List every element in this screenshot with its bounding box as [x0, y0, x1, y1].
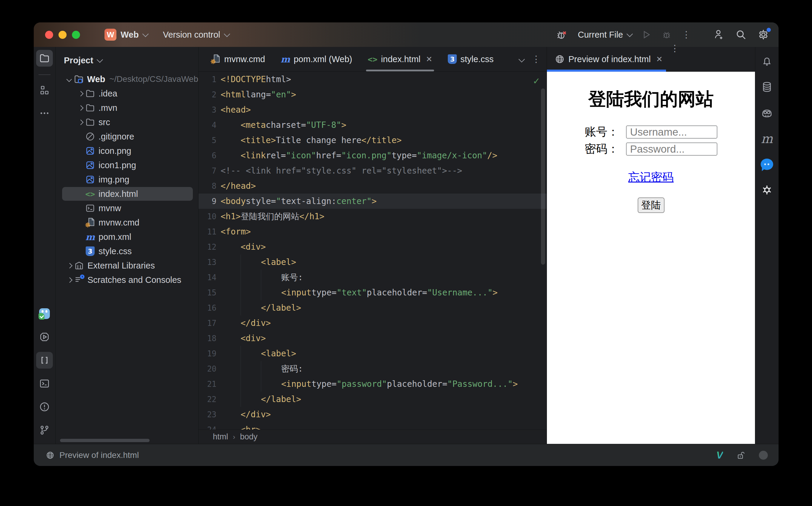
chevron-right-icon[interactable]	[65, 264, 74, 268]
chevron-right-icon[interactable]	[77, 120, 85, 124]
code-line-12[interactable]: 12<div>	[199, 239, 546, 254]
code-line-15[interactable]: 15<input type="text" placeholder="Userna…	[199, 285, 546, 300]
project-panel: Project Web~/Desktop/CS/JavaWeb.idea.mvn…	[56, 47, 199, 444]
code-line-13[interactable]: 13<label>	[199, 254, 546, 270]
status-text[interactable]: Preview of index.html	[60, 450, 139, 460]
maven-tool-icon[interactable]: m	[761, 133, 773, 145]
chevron-down-icon[interactable]	[65, 77, 74, 81]
code-line-22[interactable]: 22</label>	[199, 392, 546, 407]
code-line-16[interactable]: 16</label>	[199, 300, 546, 316]
breadcrumb-body[interactable]: body	[240, 432, 258, 441]
forgot-password-link[interactable]: 忘记密码	[628, 170, 674, 185]
settings-gear-icon[interactable]	[757, 28, 770, 41]
zoom-window-button[interactable]	[72, 31, 80, 39]
run-button[interactable]	[641, 29, 651, 40]
line-number: 8	[199, 182, 221, 190]
version-control-tool-button[interactable]	[36, 422, 53, 438]
tab-pom-xml-web-[interactable]: mpom.xml (Web)	[273, 47, 360, 71]
unlocked-icon[interactable]	[736, 450, 746, 460]
tree-item-pom-xml[interactable]: mpom.xml	[56, 230, 198, 244]
services-tool-button[interactable]	[36, 329, 53, 345]
login-button[interactable]: 登陆	[638, 197, 665, 213]
run-configuration-select[interactable]: Current File	[578, 30, 631, 40]
version-control-menu[interactable]: Version control	[163, 30, 220, 40]
more-actions-menu[interactable]: ⋮	[682, 33, 691, 36]
horizontal-scrollbar[interactable]	[60, 439, 149, 442]
code-line-7[interactable]: 7<!-- <link href="style.css" rel="styles…	[199, 163, 546, 178]
copilot-icon[interactable]	[760, 107, 773, 119]
project-panel-header[interactable]: Project	[56, 47, 198, 70]
editor-vertical-scrollbar[interactable]	[541, 88, 545, 265]
code-line-19[interactable]: 19<label>	[199, 346, 546, 361]
python-packages-tool-button[interactable]	[36, 352, 53, 368]
tree-item--mvn[interactable]: .mvn	[56, 101, 198, 115]
username-input[interactable]: Username...	[626, 125, 717, 139]
code-line-5[interactable]: 5<title>Title change here</title>	[199, 133, 546, 148]
project-tool-button[interactable]	[36, 50, 53, 67]
code-line-17[interactable]: 17</div>	[199, 316, 546, 331]
project-name-menu[interactable]: Web	[121, 30, 139, 40]
code-line-8[interactable]: 8</head>	[199, 178, 546, 193]
code-line-6[interactable]: 6<link rel="icon" href="icon.png" type="…	[199, 148, 546, 163]
tree-item-src[interactable]: src	[56, 115, 198, 129]
tab-index-html[interactable]: <>index.html✕	[360, 47, 440, 71]
openai-icon[interactable]	[760, 184, 773, 196]
close-icon[interactable]: ✕	[656, 55, 663, 64]
code-line-10[interactable]: 10<h1>登陆我们的网站</h1>	[199, 209, 546, 224]
plugin-v-icon[interactable]: V	[716, 449, 723, 461]
debugger-unavailable-icon[interactable]	[556, 29, 568, 40]
more-tool-windows-button[interactable]	[36, 105, 53, 121]
tree-item-mvnw[interactable]: mvnw	[56, 201, 198, 216]
tree-item-web-root[interactable]: Web~/Desktop/CS/JavaWeb	[56, 72, 198, 86]
debug-button[interactable]	[662, 29, 672, 40]
tab-preview-of-index-html[interactable]: Preview of index.html ✕	[547, 47, 670, 71]
structure-tool-button[interactable]	[36, 82, 53, 98]
tree-item-icon1-png[interactable]: icon1.png	[56, 158, 198, 172]
close-icon[interactable]: ✕	[426, 55, 432, 64]
code-line-23[interactable]: 23</div>	[199, 407, 546, 422]
minimize-window-button[interactable]	[59, 31, 67, 39]
tree-item-external-libraries[interactable]: External Libraries	[56, 258, 198, 273]
ai-chat-icon[interactable]	[760, 159, 773, 170]
inspections-ok-icon[interactable]: ✓	[533, 75, 539, 87]
tree-item-style-css[interactable]: 3style.css	[56, 244, 198, 258]
code-line-9[interactable]: 9<body style="text-align: center">	[199, 193, 546, 209]
code-line-21[interactable]: 21<input type="password" placeholder="Pa…	[199, 376, 546, 392]
code-line-11[interactable]: 11<form>	[199, 224, 546, 239]
code-editor[interactable]: 1<!DOCTYPE html>2<html lang="en">3<head>…	[199, 72, 546, 430]
editor-options-menu[interactable]: ⋮	[532, 58, 541, 61]
tree-item-index-html[interactable]: <>index.html	[56, 187, 198, 201]
code-line-24[interactable]: 24<br>	[199, 422, 546, 430]
tree-item-img-png[interactable]: img.png	[56, 172, 198, 187]
chevron-right-icon[interactable]	[65, 278, 74, 282]
database-icon[interactable]	[761, 81, 773, 93]
terminal-tool-button[interactable]	[36, 375, 53, 392]
tree-item--idea[interactable]: .idea	[56, 86, 198, 101]
chevron-down-icon[interactable]	[519, 56, 525, 62]
code-line-1[interactable]: 1<!DOCTYPE html>	[199, 72, 546, 87]
breadcrumb-html[interactable]: html	[213, 432, 228, 441]
tab-style-css[interactable]: 3style.css	[440, 47, 501, 71]
search-everywhere-icon[interactable]	[735, 29, 747, 40]
chevron-right-icon[interactable]	[77, 92, 85, 96]
code-line-2[interactable]: 2<html lang="en">	[199, 87, 546, 102]
code-line-4[interactable]: 4<meta charset="UTF-8">	[199, 117, 546, 133]
password-input[interactable]: Password...	[626, 143, 717, 156]
tree-item-icon-png[interactable]: icon.png	[56, 144, 198, 158]
close-window-button[interactable]	[45, 31, 53, 39]
tree-item-mvnw-cmd[interactable]: mvnw.cmd	[56, 216, 198, 230]
tree-item-scratches-and-consoles[interactable]: Scratches and Consoles	[56, 273, 198, 287]
code-line-18[interactable]: 18<div>	[199, 331, 546, 346]
code-line-3[interactable]: 3<head>	[199, 102, 546, 117]
problems-tool-button[interactable]	[36, 399, 53, 415]
chevron-right-icon[interactable]	[77, 106, 85, 110]
code-line-20[interactable]: 20密码:	[199, 361, 546, 376]
code-with-me-icon[interactable]	[713, 29, 725, 40]
status-indicator-circle[interactable]	[759, 451, 768, 460]
tab-mvnw-cmd[interactable]: mvnw.cmd	[203, 47, 273, 71]
code-line-14[interactable]: 14账号:	[199, 270, 546, 285]
plugin-mascot-tool-button[interactable]	[36, 305, 53, 322]
notifications-bell-icon[interactable]	[761, 55, 773, 67]
preview-options-menu[interactable]: ⋮	[670, 43, 679, 53]
tree-item--gitignore[interactable]: .gitignore	[56, 129, 198, 144]
